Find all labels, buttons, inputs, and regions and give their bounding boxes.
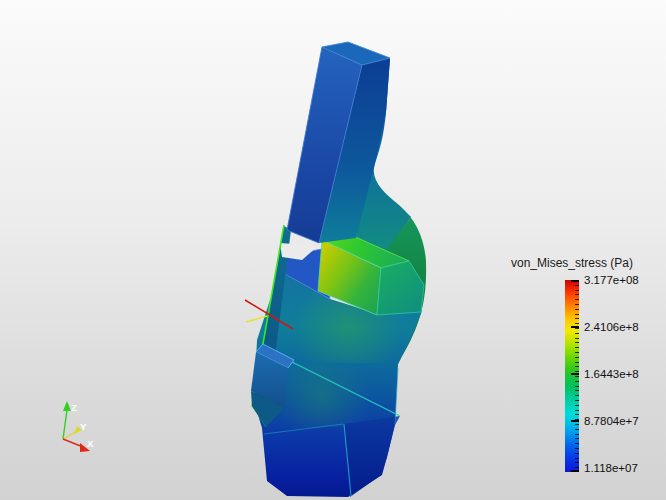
y-axis-label: Y [80,421,87,432]
model-lower-right-face [344,416,400,497]
x-axis-label: X [87,438,94,449]
orientation-axes-triad: Z Y X [63,401,94,452]
legend-title: von_Mises_stress (Pa) [480,256,664,270]
stress-colorbar [565,280,579,472]
legend-tick-label: 1.118e+07 [584,462,664,475]
legend-tick-label: 8.7804e+7 [584,415,664,428]
colorbar-major-tick [571,373,579,375]
legend-tick-label: 3.177e+08 [584,274,664,287]
render-viewport[interactable]: Z Y X von_Mises_stress (Pa) 3.177e+08 2.… [0,0,666,500]
legend-tick-label: 1.6443e+8 [584,368,664,381]
stress-model [245,42,426,497]
colorbar-major-tick [571,470,579,472]
colorbar-major-tick [571,420,579,422]
colorbar-major-tick [571,280,579,282]
z-axis-arrow [63,410,67,439]
z-axis-label: Z [71,402,77,413]
colorbar-minor-ticks [575,280,579,472]
colorbar-major-tick [571,326,579,328]
legend-tick-label: 2.4106e+8 [584,321,664,334]
z-axis-arrowhead-icon [63,401,71,411]
